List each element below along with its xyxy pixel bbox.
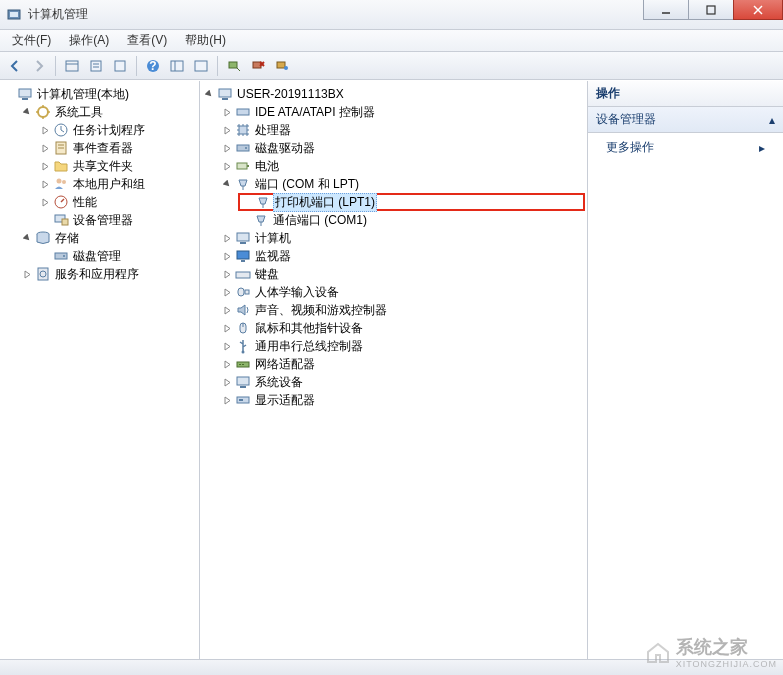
menu-view[interactable]: 查看(V) [119, 30, 175, 51]
expand-toggle[interactable] [40, 161, 51, 172]
actions-more[interactable]: 更多操作 ▸ [588, 133, 783, 162]
scan-button[interactable] [223, 55, 245, 77]
collapse-toggle[interactable] [22, 107, 33, 118]
expand-toggle[interactable] [222, 161, 233, 172]
tree-label: 磁盘管理 [71, 248, 123, 265]
device-keyboards[interactable]: 键盘 [220, 265, 585, 283]
device-ide[interactable]: IDE ATA/ATAPI 控制器 [220, 103, 585, 121]
device-cpu[interactable]: 处理器 [220, 121, 585, 139]
device-display[interactable]: 显示适配器 [220, 391, 585, 409]
tree-label: 电池 [253, 158, 281, 175]
window-buttons [644, 0, 783, 20]
svg-rect-44 [237, 145, 249, 151]
expand-toggle[interactable] [222, 395, 233, 406]
device-sound[interactable]: 声音、视频和游戏控制器 [220, 301, 585, 319]
device-hid[interactable]: 人体学输入设备 [220, 283, 585, 301]
device-computers[interactable]: 计算机 [220, 229, 585, 247]
minimize-button[interactable] [643, 0, 689, 20]
expand-toggle[interactable] [222, 125, 233, 136]
expand-toggle[interactable] [40, 143, 51, 154]
separator [136, 56, 137, 76]
expand-toggle[interactable] [222, 377, 233, 388]
tree-local-users[interactable]: 本地用户和组 [38, 175, 197, 193]
svg-rect-43 [239, 126, 247, 134]
expand-toggle[interactable] [222, 143, 233, 154]
expand-toggle[interactable] [40, 179, 51, 190]
expand-toggle[interactable] [40, 197, 51, 208]
tree-event-viewer[interactable]: 事件查看器 [38, 139, 197, 157]
tree-task-scheduler[interactable]: 任务计划程序 [38, 121, 197, 139]
tree-storage[interactable]: 存储 [20, 229, 197, 247]
device-tree-pane[interactable]: USER-20191113BX IDE ATA/ATAPI 控制器 处理器 [200, 81, 588, 659]
svg-rect-40 [219, 89, 231, 97]
expand-toggle[interactable] [222, 107, 233, 118]
tree-shared-folders[interactable]: 共享文件夹 [38, 157, 197, 175]
tree-services-apps[interactable]: 服务和应用程序 [20, 265, 197, 283]
menu-help[interactable]: 帮助(H) [177, 30, 234, 51]
expand-toggle[interactable] [22, 269, 33, 280]
tree-label: 通用串行总线控制器 [253, 338, 365, 355]
expand-toggle[interactable] [222, 251, 233, 262]
collapse-chevron-icon: ▴ [769, 113, 775, 127]
forward-button[interactable] [28, 55, 50, 77]
tree-label: 人体学输入设备 [253, 284, 341, 301]
tree-label: 存储 [53, 230, 81, 247]
export-button[interactable] [109, 55, 131, 77]
device-mice[interactable]: 鼠标和其他指针设备 [220, 319, 585, 337]
device-printer-port[interactable]: 打印机端口 (LPT1) [238, 193, 585, 211]
svg-rect-67 [240, 386, 246, 388]
device-monitors[interactable]: 监视器 [220, 247, 585, 265]
svg-rect-8 [91, 61, 101, 71]
expand-toggle[interactable] [222, 269, 233, 280]
expand-toggle[interactable] [222, 323, 233, 334]
console-tree-pane[interactable]: 计算机管理(本地) 系统工具 任务计划程序 [0, 81, 200, 659]
device-ports[interactable]: 端口 (COM 和 LPT) [220, 175, 585, 193]
svg-point-30 [57, 179, 62, 184]
collapse-toggle[interactable] [204, 89, 215, 100]
main-area: 计算机管理(本地) 系统工具 任务计划程序 [0, 80, 783, 659]
expand-toggle[interactable] [222, 359, 233, 370]
tree-label: 显示适配器 [253, 392, 317, 409]
expand-toggle[interactable] [40, 125, 51, 136]
device-network[interactable]: 网络适配器 [220, 355, 585, 373]
tree-disk-management[interactable]: 磁盘管理 [38, 247, 197, 265]
device-usb[interactable]: 通用串行总线控制器 [220, 337, 585, 355]
services-icon [35, 266, 51, 282]
tree-performance[interactable]: 性能 [38, 193, 197, 211]
status-bar [0, 659, 783, 675]
tree-device-manager[interactable]: 设备管理器 [38, 211, 197, 229]
expand-toggle[interactable] [222, 341, 233, 352]
back-button[interactable] [4, 55, 26, 77]
help-button[interactable]: ? [142, 55, 164, 77]
tree-system-tools[interactable]: 系统工具 [20, 103, 197, 121]
chevron-right-icon: ▸ [759, 141, 765, 155]
tree-root[interactable]: 计算机管理(本地) [2, 85, 197, 103]
close-button[interactable] [733, 0, 783, 20]
show-hide-button[interactable] [61, 55, 83, 77]
svg-rect-16 [195, 61, 207, 71]
refresh-button[interactable] [190, 55, 212, 77]
menu-file[interactable]: 文件(F) [4, 30, 59, 51]
expand-toggle[interactable] [222, 305, 233, 316]
device-disk-drives[interactable]: 磁盘驱动器 [220, 139, 585, 157]
window-title: 计算机管理 [28, 6, 88, 23]
tree-label: 键盘 [253, 266, 281, 283]
view-button[interactable] [166, 55, 188, 77]
device-battery[interactable]: 电池 [220, 157, 585, 175]
svg-rect-42 [237, 109, 249, 115]
expand-toggle[interactable] [222, 287, 233, 298]
device-com-port[interactable]: 通信端口 (COM1) [238, 211, 585, 229]
maximize-button[interactable] [688, 0, 734, 20]
menu-action[interactable]: 操作(A) [61, 30, 117, 51]
collapse-toggle[interactable] [222, 179, 233, 190]
actions-section[interactable]: 设备管理器 ▴ [588, 107, 783, 133]
properties-button[interactable] [85, 55, 107, 77]
device-root[interactable]: USER-20191113BX [202, 85, 585, 103]
device-system[interactable]: 系统设备 [220, 373, 585, 391]
expand-toggle[interactable] [222, 233, 233, 244]
tree-label: 计算机管理(本地) [35, 86, 131, 103]
uninstall-button[interactable] [247, 55, 269, 77]
collapse-toggle[interactable] [22, 233, 33, 244]
update-button[interactable] [271, 55, 293, 77]
tree-label: 通信端口 (COM1) [271, 212, 369, 229]
